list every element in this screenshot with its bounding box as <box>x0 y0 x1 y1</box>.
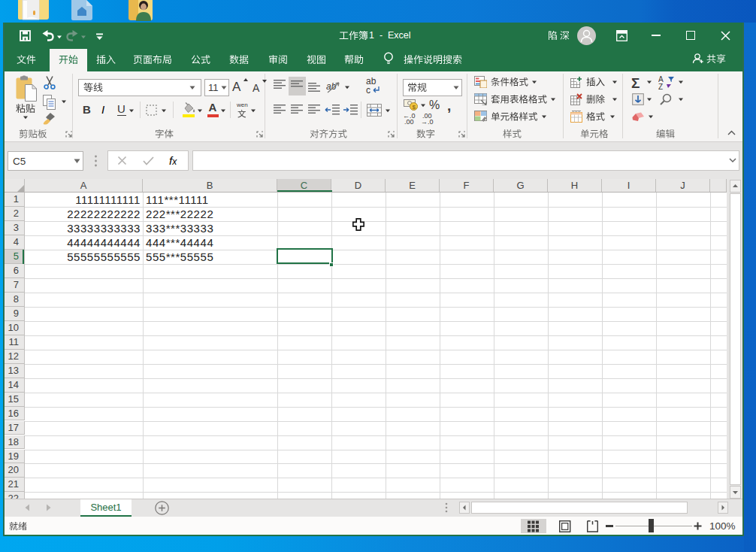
svg-text:$: $ <box>413 104 416 111</box>
svg-text:.00: .00 <box>404 118 414 125</box>
svg-text:c: c <box>366 85 370 96</box>
svg-text:→.0: →.0 <box>421 118 434 125</box>
svg-text:Z: Z <box>658 83 663 89</box>
